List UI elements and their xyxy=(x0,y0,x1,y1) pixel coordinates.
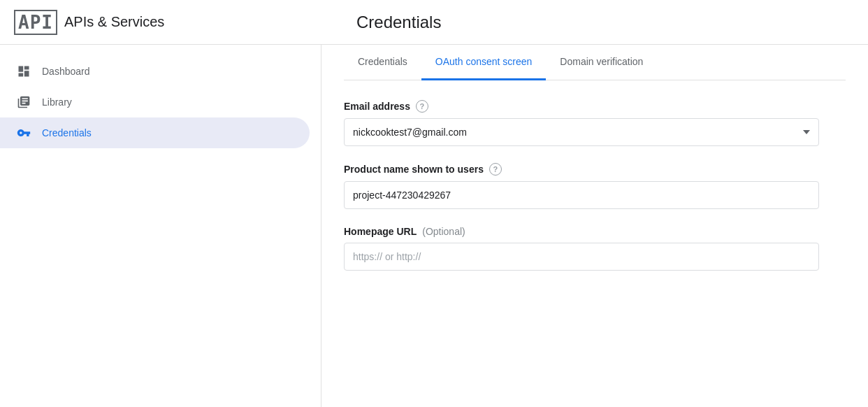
tab-credentials[interactable]: Credentials xyxy=(344,45,421,80)
header: API APIs & Services Credentials xyxy=(0,0,868,45)
tab-domain-verification[interactable]: Domain verification xyxy=(546,45,657,80)
product-name-section: Product name shown to users ? xyxy=(344,163,846,209)
api-logo: API xyxy=(14,10,57,35)
homepage-url-section: Homepage URL (Optional) xyxy=(344,226,846,271)
api-logo-text: API xyxy=(18,12,53,33)
sidebar-label-credentials: Credentials xyxy=(42,127,92,138)
homepage-url-label: Homepage URL (Optional) xyxy=(344,226,846,237)
tabs-bar: Credentials OAuth consent screen Domain … xyxy=(344,45,846,80)
dashboard-icon xyxy=(17,64,31,78)
product-name-help-icon[interactable]: ? xyxy=(489,163,502,176)
tab-oauth-consent[interactable]: OAuth consent screen xyxy=(421,45,547,80)
sidebar-label-library: Library xyxy=(42,97,72,108)
sidebar-item-credentials[interactable]: Credentials xyxy=(0,117,310,148)
email-help-icon[interactable]: ? xyxy=(416,100,428,113)
product-name-label: Product name shown to users ? xyxy=(344,163,846,176)
sidebar-label-dashboard: Dashboard xyxy=(42,66,90,77)
product-name-input[interactable] xyxy=(344,181,819,209)
app-title: APIs & Services xyxy=(64,14,164,30)
main-layout: Dashboard Library Credentials xyxy=(0,45,868,407)
chevron-down-icon xyxy=(803,130,810,134)
credentials-icon xyxy=(17,126,31,140)
sidebar-item-library[interactable]: Library xyxy=(0,87,310,117)
page-title: Credentials xyxy=(335,13,441,32)
header-logo: API APIs & Services xyxy=(14,10,335,35)
library-icon xyxy=(17,95,31,109)
email-select[interactable]: nickcooktest7@gmail.com xyxy=(344,118,819,146)
email-label: Email address ? xyxy=(344,100,846,113)
sidebar-item-dashboard[interactable]: Dashboard xyxy=(0,56,310,87)
content-area: Credentials OAuth consent screen Domain … xyxy=(321,45,868,407)
sidebar: Dashboard Library Credentials xyxy=(0,45,321,407)
homepage-url-input[interactable] xyxy=(344,243,819,271)
email-section: Email address ? nickcooktest7@gmail.com xyxy=(344,100,846,146)
